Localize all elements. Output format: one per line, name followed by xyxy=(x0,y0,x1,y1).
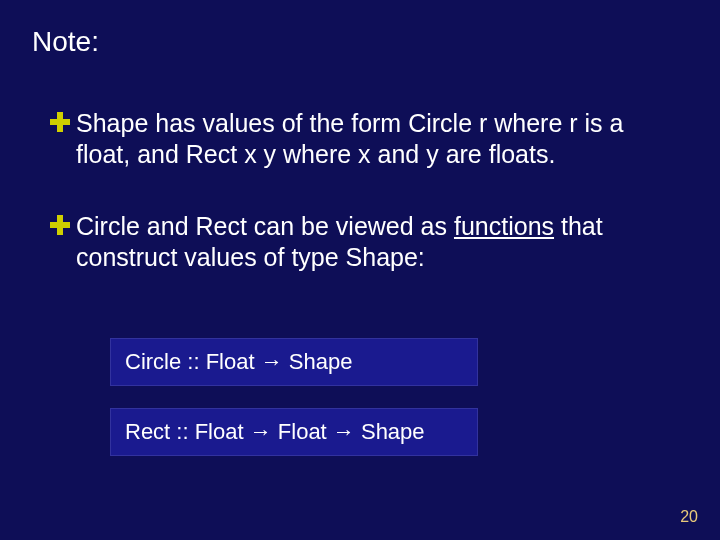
page-number: 20 xyxy=(680,508,698,526)
slide: Note: Shape has values of the form Circl… xyxy=(0,0,720,540)
bullet-text: Shape has values of the form Circle r wh… xyxy=(76,109,623,168)
code-line: Circle :: Float → Shape xyxy=(125,349,352,374)
slide-title: Note: xyxy=(32,26,99,58)
bullet-item: Shape has values of the form Circle r wh… xyxy=(50,108,670,169)
bullet-icon xyxy=(50,215,70,235)
code-box: Rect :: Float → Float → Shape xyxy=(110,408,478,456)
bullet-text-underline: functions xyxy=(454,212,554,240)
bullet-icon xyxy=(50,112,70,132)
bullet-item: Circle and Rect can be viewed as functio… xyxy=(50,211,670,272)
bullet-text-pre: Circle and Rect can be viewed as xyxy=(76,212,454,240)
code-box: Circle :: Float → Shape xyxy=(110,338,478,386)
slide-body: Shape has values of the form Circle r wh… xyxy=(50,108,670,314)
svg-rect-1 xyxy=(50,119,70,125)
code-line: Rect :: Float → Float → Shape xyxy=(125,419,425,444)
svg-rect-3 xyxy=(50,222,70,228)
